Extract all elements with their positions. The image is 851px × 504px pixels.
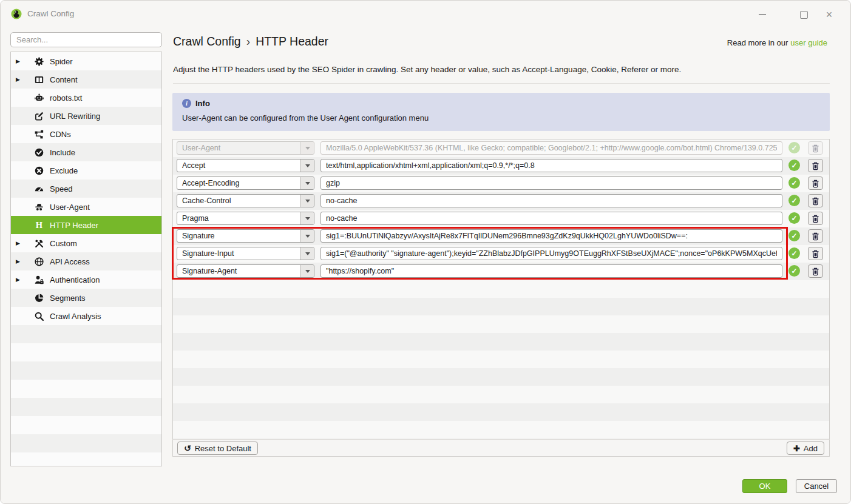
header-name-value: Accept	[177, 161, 300, 170]
gear-icon	[35, 57, 44, 66]
delete-header-button[interactable]	[808, 176, 823, 190]
delete-header-button[interactable]	[808, 212, 823, 225]
header-name-select[interactable]: Signature-Input	[177, 247, 314, 260]
header-value-input[interactable]	[320, 229, 782, 243]
sidebar-item-label: Spider	[50, 57, 73, 66]
sidebar-item-label: User-Agent	[50, 203, 90, 212]
sidebar-item-label: HTTP Header	[50, 221, 98, 230]
sidebar-item-api-access[interactable]: ▶API Access	[11, 252, 161, 270]
sidebar-empty-row	[11, 361, 161, 380]
sidebar-item-authentication[interactable]: ▶Authentication	[11, 270, 161, 289]
sidebar-item-spider[interactable]: ▶Spider	[11, 52, 161, 70]
header-value-input[interactable]	[320, 159, 782, 172]
chevron-down-icon[interactable]	[300, 247, 314, 260]
sidebar-item-cdns[interactable]: CDNs	[11, 125, 161, 143]
chevron-down-icon[interactable]	[300, 212, 314, 224]
cancel-button[interactable]: Cancel	[796, 479, 837, 493]
enabled-check-icon: ✓	[788, 265, 800, 277]
sidebar-item-speed[interactable]: Speed	[11, 180, 161, 198]
tools-icon	[35, 239, 44, 248]
breadcrumb-separator: ›	[246, 35, 251, 48]
title-bar: Crawl Config ×	[1, 1, 850, 27]
x-circle-icon	[35, 166, 44, 175]
header-row-cache-control: Cache-Control✓	[173, 192, 829, 210]
chevron-down-icon[interactable]	[300, 265, 314, 277]
magnifier-icon	[35, 312, 44, 321]
sidebar-item-segments[interactable]: Segments	[11, 289, 161, 307]
sidebar-item-label: Exclude	[50, 166, 78, 175]
sidebar-item-include[interactable]: Include	[11, 143, 161, 161]
chevron-down-icon[interactable]	[300, 195, 314, 207]
delete-header-button[interactable]	[808, 159, 823, 172]
chevron-down-icon[interactable]	[300, 160, 314, 172]
enabled-check-icon: ✓	[788, 160, 800, 171]
sidebar-item-content[interactable]: ▶Content	[11, 70, 161, 89]
header-row-accept-encoding: Accept-Encoding✓	[173, 175, 829, 192]
delete-header-button[interactable]	[808, 229, 823, 243]
delete-header-button[interactable]	[808, 247, 823, 260]
header-name-select[interactable]: Accept-Encoding	[177, 176, 314, 190]
sidebar-item-label: Content	[50, 75, 78, 84]
header-name-select[interactable]: Signature	[177, 229, 314, 243]
info-title: Info	[195, 99, 210, 108]
sidebar-item-custom[interactable]: ▶Custom	[11, 234, 161, 252]
chevron-down-icon	[300, 142, 314, 154]
header-name-select[interactable]: Signature-Agent	[177, 264, 314, 278]
reset-icon: ↺	[184, 444, 191, 452]
enabled-check-icon: ✓	[788, 247, 800, 259]
read-more-text: Read more in our	[727, 38, 788, 47]
header-name-value: Signature-Agent	[177, 267, 300, 275]
header-name-select[interactable]: Cache-Control	[177, 194, 314, 207]
reset-to-default-button[interactable]: ↺ Reset to Default	[177, 442, 258, 455]
sidebar-item-label: Authentication	[50, 275, 100, 284]
header-value-input[interactable]	[320, 194, 782, 207]
ok-button[interactable]: OK	[742, 479, 787, 493]
header-value-input[interactable]	[320, 176, 782, 190]
delete-header-button[interactable]	[808, 194, 823, 207]
header-name-value: Signature-Input	[177, 249, 300, 258]
header-name-select[interactable]: Pragma	[177, 212, 314, 225]
expand-arrow-icon[interactable]: ▶	[16, 240, 27, 246]
sidebar-item-user-agent[interactable]: User-Agent	[11, 198, 161, 216]
speedometer-icon	[35, 184, 44, 193]
delete-header-button[interactable]	[808, 264, 823, 278]
header-value-input[interactable]	[320, 212, 782, 225]
expand-arrow-icon[interactable]: ▶	[16, 258, 27, 264]
add-header-button[interactable]: ✚ Add	[787, 442, 824, 455]
search-input[interactable]	[10, 32, 162, 47]
expand-arrow-icon[interactable]: ▶	[16, 277, 27, 283]
sidebar-item-robots-txt[interactable]: robots.txt	[11, 89, 161, 107]
header-value-input[interactable]	[320, 247, 782, 260]
enabled-check-icon: ✓	[788, 195, 800, 206]
sidebar-empty-row	[11, 434, 161, 452]
add-label: Add	[804, 444, 818, 453]
expand-arrow-icon[interactable]: ▶	[16, 58, 27, 64]
sidebar-item-url-rewriting[interactable]: URL Rewriting	[11, 107, 161, 125]
enabled-check-icon: ✓	[788, 212, 800, 224]
header-name-value: Accept-Encoding	[177, 179, 300, 187]
minimize-button[interactable]	[756, 8, 769, 21]
breadcrumb-root[interactable]: Crawl Config	[173, 35, 241, 48]
sidebar-item-crawl-analysis[interactable]: Crawl Analysis	[11, 307, 161, 325]
enabled-check-icon: ✓	[788, 230, 800, 241]
maximize-button[interactable]	[797, 8, 810, 21]
user-guide-link[interactable]: user guide	[790, 38, 827, 47]
close-button[interactable]: ×	[822, 8, 836, 21]
sidebar-item-http-header[interactable]: HHTTP Header	[11, 216, 161, 234]
header-name-value: Signature	[177, 232, 300, 240]
chevron-down-icon[interactable]	[300, 230, 314, 242]
sidebar-item-exclude[interactable]: Exclude	[11, 161, 161, 180]
chevron-down-icon[interactable]	[300, 177, 314, 189]
enabled-check-icon: ✓	[788, 142, 800, 153]
info-icon: i	[182, 99, 191, 108]
check-circle-icon	[35, 148, 44, 157]
enabled-check-icon: ✓	[788, 177, 800, 189]
header-name-select: User-Agent	[177, 141, 314, 155]
columns-icon	[35, 75, 44, 84]
expand-arrow-icon[interactable]: ▶	[16, 76, 27, 82]
header-rows: User-Agent✓Accept✓Accept-Encoding✓Cache-…	[173, 139, 829, 456]
sidebar-item-label: Include	[50, 148, 75, 157]
header-value-input[interactable]	[320, 264, 782, 278]
header-name-select[interactable]: Accept	[177, 159, 314, 172]
sidebar-empty-row	[11, 452, 161, 466]
